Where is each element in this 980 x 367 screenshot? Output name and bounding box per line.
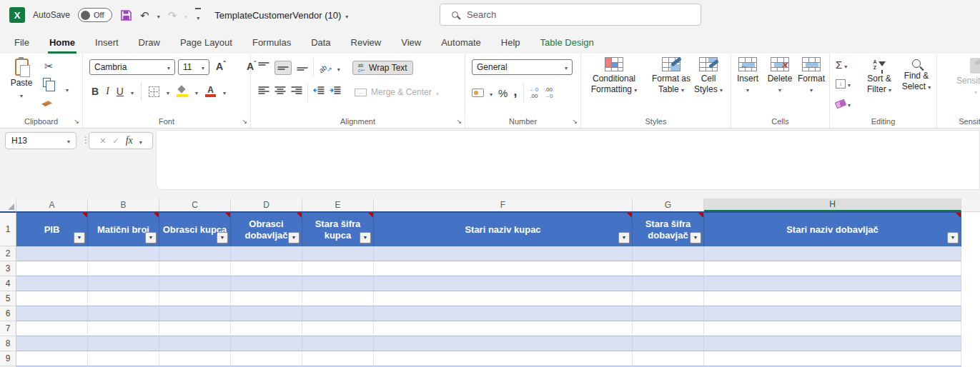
conditional-formatting-button[interactable]: Conditional Formatting xyxy=(583,57,645,95)
decrease-indent-button[interactable] xyxy=(313,86,325,99)
cell[interactable] xyxy=(231,306,302,321)
fill-chevron-icon[interactable] xyxy=(848,77,851,90)
clipboard-dialog-launcher[interactable]: ↘ xyxy=(74,118,79,125)
filter-button[interactable] xyxy=(74,232,85,243)
tab-view[interactable]: View xyxy=(391,30,431,54)
tab-home[interactable]: Home xyxy=(39,30,85,54)
cell[interactable] xyxy=(704,291,961,306)
cell[interactable] xyxy=(633,246,704,261)
undo-icon[interactable]: ↶ xyxy=(140,10,149,21)
cell[interactable] xyxy=(374,291,633,306)
cell[interactable] xyxy=(231,351,302,366)
fill-button[interactable]: ↓ xyxy=(836,79,846,89)
cell[interactable] xyxy=(704,336,961,351)
autosum-button[interactable]: Σ xyxy=(836,60,842,70)
align-center-button[interactable] xyxy=(274,86,286,99)
sort-filter-button[interactable]: AZ Sort & Filter xyxy=(861,59,897,95)
filter-button[interactable] xyxy=(217,232,228,243)
search-input[interactable] xyxy=(467,9,667,20)
cell[interactable] xyxy=(633,321,704,336)
search-box[interactable] xyxy=(440,4,701,26)
cell[interactable] xyxy=(633,336,704,351)
cell[interactable] xyxy=(374,246,633,261)
copy-button[interactable] xyxy=(43,78,51,87)
clear-button[interactable] xyxy=(835,99,846,109)
row-header[interactable]: 7 xyxy=(0,321,16,336)
cell[interactable] xyxy=(16,336,88,351)
cell[interactable] xyxy=(88,306,159,321)
row-header[interactable]: 9 xyxy=(0,351,16,366)
filter-button[interactable] xyxy=(618,232,630,243)
insert-cells-button[interactable]: ← Insert xyxy=(731,57,764,95)
align-bottom-button[interactable] xyxy=(297,61,308,74)
cell[interactable] xyxy=(159,336,231,351)
cell[interactable] xyxy=(88,261,159,276)
cell[interactable] xyxy=(88,321,159,336)
increase-font-size-button[interactable]: Aˆ xyxy=(216,61,225,72)
table-header-cell-F1[interactable]: Stari naziv kupac xyxy=(374,211,633,246)
autosave-toggle[interactable]: Off xyxy=(78,8,112,22)
row-header[interactable]: 6 xyxy=(0,306,16,321)
increase-indent-button[interactable] xyxy=(330,86,341,99)
orientation-button[interactable]: ab↗ xyxy=(319,61,332,74)
name-box[interactable]: H13 xyxy=(5,132,76,149)
cell[interactable] xyxy=(159,291,231,306)
cell[interactable] xyxy=(88,351,159,366)
cell[interactable] xyxy=(374,336,633,351)
autosum-chevron-icon[interactable] xyxy=(844,59,847,71)
tab-help[interactable]: Help xyxy=(491,30,530,54)
column-header-A[interactable]: A xyxy=(16,198,88,211)
table-header-cell-B1[interactable]: Matični broj xyxy=(88,211,159,246)
cell[interactable] xyxy=(88,246,159,261)
cell[interactable] xyxy=(374,306,633,321)
cell[interactable] xyxy=(302,336,374,351)
fx-chevron-icon[interactable] xyxy=(139,134,142,147)
cell[interactable] xyxy=(16,246,88,261)
cell[interactable] xyxy=(159,351,231,366)
align-middle-button[interactable] xyxy=(274,61,292,75)
table-header-cell-G1[interactable]: Stara šifra dobavjač xyxy=(633,211,704,246)
cell[interactable] xyxy=(633,291,704,306)
cell[interactable] xyxy=(231,291,302,306)
font-color-button[interactable]: A xyxy=(205,86,216,97)
table-header-cell-H1[interactable]: Stari naziv dobavljač xyxy=(704,211,961,246)
cell[interactable] xyxy=(704,306,961,321)
cell[interactable] xyxy=(88,291,159,306)
cell[interactable] xyxy=(159,306,231,321)
cell[interactable] xyxy=(633,261,704,276)
copy-chevron-icon[interactable] xyxy=(66,82,69,95)
number-format-select[interactable]: General xyxy=(472,59,573,75)
decrease-decimal-button[interactable]: .00→0 xyxy=(544,86,553,99)
filter-button[interactable] xyxy=(947,232,959,243)
percent-style-button[interactable]: % xyxy=(498,87,508,99)
orientation-chevron-icon[interactable] xyxy=(337,61,340,74)
table-header-cell-D1[interactable]: Obrasci dobavljač xyxy=(231,211,302,246)
table-header-cell-E1[interactable]: Stara šifra kupca xyxy=(302,211,374,246)
bold-button[interactable]: B xyxy=(91,86,99,97)
cell[interactable] xyxy=(302,261,374,276)
delete-cells-button[interactable]: ✕ Delete xyxy=(764,57,796,95)
cell[interactable] xyxy=(374,351,633,366)
tab-insert[interactable]: Insert xyxy=(85,30,129,54)
undo-chevron-icon[interactable] xyxy=(157,9,160,21)
select-all-button[interactable] xyxy=(0,198,16,211)
column-header-F[interactable]: F xyxy=(374,198,633,211)
row-header[interactable]: 8 xyxy=(0,336,16,351)
font-size-select[interactable]: 11 xyxy=(178,59,209,75)
cell[interactable] xyxy=(374,261,633,276)
tab-review[interactable]: Review xyxy=(341,30,392,54)
column-header-E[interactable]: E xyxy=(302,198,374,211)
column-header-G[interactable]: G xyxy=(633,198,704,211)
cell[interactable] xyxy=(302,276,374,291)
save-icon[interactable] xyxy=(120,9,132,21)
cell[interactable] xyxy=(159,246,231,261)
underline-chevron-icon[interactable] xyxy=(131,85,134,98)
accounting-format-button[interactable] xyxy=(472,89,484,97)
cell[interactable] xyxy=(231,336,302,351)
borders-chevron-icon[interactable] xyxy=(167,85,169,98)
cell[interactable] xyxy=(231,321,302,336)
cell[interactable] xyxy=(374,321,633,336)
table-header-cell-C1[interactable]: Obrasci kupca xyxy=(159,211,231,246)
column-header-H-selected[interactable]: H xyxy=(704,198,961,211)
cell[interactable] xyxy=(302,246,374,261)
